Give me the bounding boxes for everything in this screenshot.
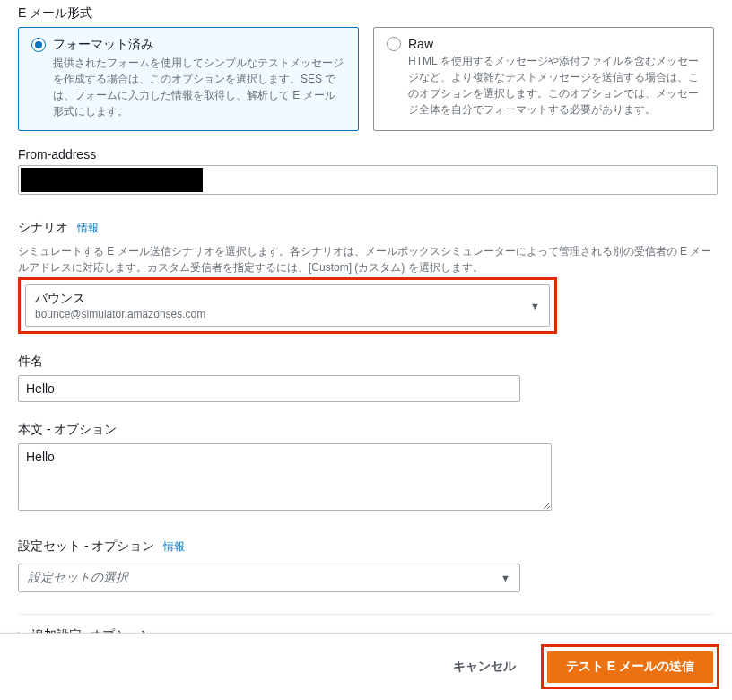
cancel-button[interactable]: キャンセル (440, 652, 528, 682)
email-format-options: フォーマット済み 提供されたフォームを使用してシンプルなテストメッセージを作成す… (18, 27, 714, 131)
scenario-help: シミュレートする E メール送信シナリオを選択します。各シナリオは、メールボック… (18, 243, 714, 276)
scenario-select[interactable]: バウンス bounce@simulator.amazonses.com ▼ (25, 284, 550, 327)
body-label: 本文 - オプション (18, 422, 714, 438)
config-set-info-link[interactable]: 情報 (163, 539, 185, 555)
radio-raw[interactable]: Raw HTML を使用するメッセージや添付ファイルを含むメッセージなど、より複… (373, 27, 714, 131)
scenario-highlight: バウンス bounce@simulator.amazonses.com ▼ (18, 277, 557, 334)
subject-label: 件名 (18, 354, 714, 370)
from-address-label: From-address (18, 147, 714, 162)
radio-raw-desc: HTML を使用するメッセージや添付ファイルを含むメッセージなど、より複雑なテス… (408, 53, 701, 118)
config-set-select[interactable]: 設定セットの選択 ▼ (18, 564, 520, 592)
chevron-down-icon: ▼ (530, 301, 540, 311)
send-test-email-button[interactable]: テスト E メールの送信 (547, 651, 713, 683)
config-set-placeholder: 設定セットの選択 (28, 570, 128, 586)
radio-formatted-desc: 提供されたフォームを使用してシンプルなテストメッセージを作成する場合は、このオプ… (53, 55, 345, 119)
subject-input[interactable] (18, 375, 520, 402)
from-address-field[interactable] (18, 165, 718, 195)
radio-icon (387, 37, 401, 51)
divider (18, 614, 714, 615)
radio-icon (31, 38, 46, 52)
chevron-down-icon: ▼ (501, 573, 510, 583)
config-set-label: 設定セット - オプション (18, 538, 154, 555)
scenario-selected: バウンス (35, 291, 205, 307)
from-address-redacted (21, 168, 203, 192)
footer: キャンセル テスト E メールの送信 (0, 633, 732, 700)
radio-formatted[interactable]: フォーマット済み 提供されたフォームを使用してシンプルなテストメッセージを作成す… (18, 27, 359, 131)
email-format-label: E メール形式 (18, 5, 714, 22)
body-textarea[interactable] (18, 443, 552, 511)
scenario-label: シナリオ (18, 220, 68, 236)
radio-formatted-title: フォーマット済み (53, 37, 153, 53)
scenario-selected-sub: bounce@simulator.amazonses.com (35, 308, 205, 320)
submit-highlight: テスト E メールの送信 (541, 644, 719, 689)
radio-raw-title: Raw (408, 37, 433, 51)
scenario-info-link[interactable]: 情報 (77, 221, 99, 236)
